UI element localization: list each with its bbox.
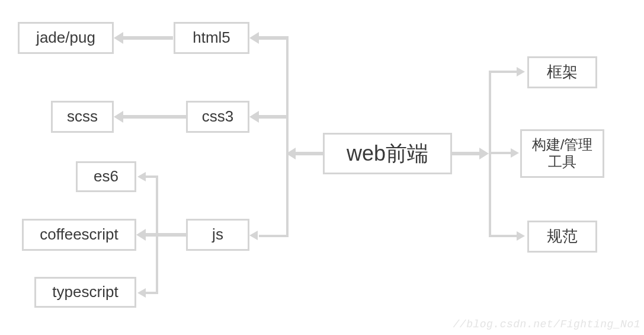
arrowhead-css3-scss [114, 111, 123, 123]
node-es6: es6 [76, 161, 136, 192]
arrow-center-right [452, 152, 479, 155]
arrowhead-js-coffeescript [136, 229, 146, 241]
arrowhead-trunk-to-js [249, 231, 258, 240]
trunk-to-js-horizontal [259, 235, 289, 237]
arrowhead-to-css3 [249, 111, 259, 123]
line-js-to-spine [156, 233, 186, 235]
node-html5: html5 [174, 22, 249, 54]
arrow-to-html5 [259, 36, 286, 40]
node-standards: 规范 [527, 221, 597, 253]
node-build-tools: 构建/管理工具 [520, 129, 604, 178]
arrowhead-center-right [479, 148, 489, 159]
arrow-html5-jadepug [123, 36, 173, 40]
line-to-typescript [146, 292, 158, 294]
watermark-text: //blog.csdn.net/Fighting_No1 [453, 318, 640, 330]
node-css3: css3 [186, 101, 249, 133]
node-frameworks: 框架 [527, 56, 597, 88]
line-to-buildtools [489, 152, 511, 154]
line-to-es6 [146, 176, 158, 178]
arrow-css3-scss [123, 115, 186, 119]
arrowhead-to-es6 [137, 172, 146, 181]
arrowhead-to-html5 [249, 32, 259, 44]
line-to-frameworks [489, 71, 517, 73]
node-coffeescript: coffeescript [22, 219, 136, 251]
center-node: web前端 [323, 133, 452, 174]
arrow-center-left [296, 152, 323, 155]
node-js: js [186, 219, 249, 251]
arrowhead-html5-jadepug [114, 32, 123, 44]
line-to-standards [489, 235, 517, 237]
node-jade-pug: jade/pug [18, 22, 114, 54]
arrowhead-to-buildtools [511, 148, 519, 158]
arrow-to-css3 [259, 115, 286, 119]
node-typescript: typescript [34, 277, 136, 308]
arrowhead-to-standards [517, 231, 525, 241]
arrowhead-to-frameworks [517, 67, 525, 76]
node-scss: scss [51, 101, 114, 133]
trunk-left-vertical [286, 36, 289, 237]
arrowhead-to-typescript [137, 288, 146, 298]
